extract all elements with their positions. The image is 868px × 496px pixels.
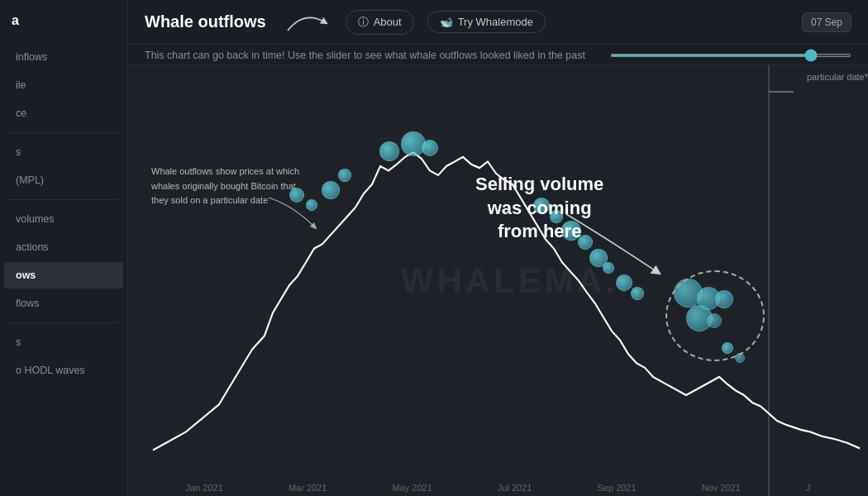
sidebar-divider-1 bbox=[8, 132, 119, 133]
header: Whale outflows ⓘ About 🐋 Try Whalemode 0… bbox=[128, 0, 868, 45]
page-title: Whale outflows bbox=[145, 12, 266, 31]
x-label-jul: Jul 2021 bbox=[498, 483, 532, 493]
price-chart bbox=[128, 65, 868, 496]
app-logo: a bbox=[0, 10, 127, 43]
sidebar-item-actions[interactable]: actions bbox=[4, 234, 123, 260]
subtitle-bar: This chart can go back in time! Use the … bbox=[128, 45, 868, 65]
sidebar-item-s2[interactable]: s bbox=[4, 329, 123, 355]
x-label-may: May 2021 bbox=[392, 483, 432, 493]
sidebar: a inflows ile ce s (MPL) volumes actions… bbox=[0, 0, 128, 496]
whalemode-button[interactable]: 🐋 Try Whalemode bbox=[427, 11, 546, 33]
particular-date-label: particular date* bbox=[807, 72, 868, 82]
x-axis: Jan 2021 Mar 2021 May 2021 Jul 2021 Sep … bbox=[128, 483, 868, 493]
time-slider[interactable] bbox=[610, 54, 851, 57]
x-label-j: J bbox=[806, 483, 811, 493]
about-icon: ⓘ bbox=[358, 15, 369, 30]
sidebar-divider-2 bbox=[8, 199, 119, 200]
sidebar-item-inflows[interactable]: inflows bbox=[4, 44, 123, 70]
sidebar-item-volumes[interactable]: volumes bbox=[4, 206, 123, 232]
date-badge: 07 Sep bbox=[802, 12, 851, 32]
x-label-mar: Mar 2021 bbox=[289, 483, 327, 493]
sidebar-item-ile[interactable]: ile bbox=[4, 72, 123, 98]
subtitle-text: This chart can go back in time! Use the … bbox=[145, 50, 585, 61]
whalemode-label: Try Whalemode bbox=[458, 16, 533, 28]
sidebar-item-mpl[interactable]: (MPL) bbox=[4, 167, 123, 193]
sidebar-item-flows[interactable]: flows bbox=[4, 290, 123, 317]
main-content: Whale outflows ⓘ About 🐋 Try Whalemode 0… bbox=[128, 0, 868, 496]
sidebar-item-ows[interactable]: ows bbox=[4, 262, 123, 289]
title-arrow bbox=[279, 6, 329, 39]
sidebar-item-hodl[interactable]: o HODL waves bbox=[4, 357, 123, 384]
sidebar-item-ce[interactable]: ce bbox=[4, 100, 123, 126]
chart-area: WHALEMA... bbox=[128, 65, 868, 496]
x-label-jan: Jan 2021 bbox=[186, 483, 223, 493]
sidebar-divider-3 bbox=[8, 322, 119, 323]
sidebar-item-s[interactable]: s bbox=[4, 139, 123, 165]
x-label-nov: Nov 2021 bbox=[702, 483, 741, 493]
about-label: About bbox=[374, 16, 402, 28]
x-label-sep: Sep 2021 bbox=[598, 483, 637, 493]
about-button[interactable]: ⓘ About bbox=[346, 10, 414, 35]
time-slider-container bbox=[610, 54, 851, 57]
whale-icon: 🐋 bbox=[440, 16, 453, 28]
